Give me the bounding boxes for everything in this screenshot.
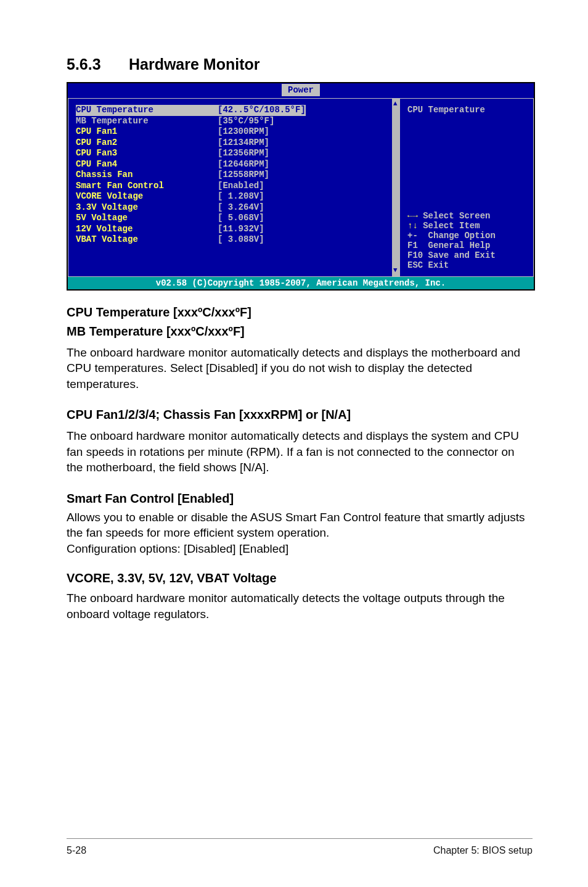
bios-row: 12V Voltage[11.932V] — [76, 224, 394, 235]
bios-row: Chassis Fan[12558RPM] — [76, 170, 394, 181]
bios-field-label: Smart Fan Control — [76, 181, 218, 192]
bios-field-value: [ 1.208V] — [218, 191, 264, 202]
paragraph: Allows you to enable or disable the ASUS… — [67, 510, 533, 556]
bios-field-value: [42..5°C/108.5°F] — [218, 105, 306, 116]
bios-field-value: [12646RPM] — [218, 159, 269, 170]
bios-field-label: CPU Temperature — [76, 105, 218, 116]
bios-field-label: CPU Fan2 — [76, 138, 218, 149]
bios-field-label: CPU Fan3 — [76, 148, 218, 159]
section-number: 5.6.3 — [67, 56, 125, 73]
bios-row: MB Temperature[35°C/95°F] — [76, 116, 394, 127]
bios-help-title: CPU Temperature — [407, 105, 528, 115]
bios-field-value: [35°C/95°F] — [218, 116, 274, 127]
subheading-cpu-temp: CPU Temperature [xxxºC/xxxºF] — [67, 304, 533, 321]
bios-field-label: CPU Fan4 — [76, 159, 218, 170]
bios-row: Smart Fan Control[Enabled] — [76, 181, 394, 192]
bios-main-panel: CPU Temperature[42..5°C/108.5°F] MB Temp… — [68, 98, 399, 277]
bios-field-label: CPU Fan1 — [76, 126, 218, 138]
subheading-voltage: VCORE, 3.3V, 5V, 12V, VBAT Voltage — [67, 570, 533, 587]
bios-row: CPU Fan4[12646RPM] — [76, 159, 394, 170]
bios-field-value: [Enabled] — [218, 181, 264, 192]
bios-field-value: [12356RPM] — [218, 148, 269, 159]
page-number: 5-28 — [67, 845, 86, 856]
bios-row: VBAT Voltage[ 3.088V] — [76, 234, 394, 245]
bios-field-label: 5V Voltage — [76, 213, 218, 224]
paragraph: The onboard hardware monitor automatical… — [67, 345, 533, 392]
bios-row: CPU Fan2[12134RPM] — [76, 138, 394, 149]
bios-screenshot: Power CPU Temperature[42..5°C/108.5°F] M… — [67, 82, 535, 291]
bios-row: 3.3V Voltage[ 3.264V] — [76, 202, 394, 213]
bios-field-value: [11.932V] — [218, 224, 264, 235]
bios-row: CPU Fan3[12356RPM] — [76, 148, 394, 159]
bios-field-label: VBAT Voltage — [76, 234, 218, 245]
bios-field-label: MB Temperature — [76, 116, 218, 127]
bios-field-value: [ 3.088V] — [218, 234, 264, 245]
chapter-label: Chapter 5: BIOS setup — [433, 845, 533, 856]
bios-field-value: [12558RPM] — [218, 170, 269, 181]
bios-field-label: 12V Voltage — [76, 224, 218, 235]
bios-scrollbar: ▲ ▼ — [392, 99, 399, 276]
footer-divider — [67, 838, 533, 839]
bios-tab-bar: Power — [68, 83, 534, 98]
bios-help-panel: CPU Temperature ←→ Select Screen ↑↓ Sele… — [399, 98, 534, 277]
bios-field-value: [ 5.068V] — [218, 213, 264, 224]
bios-field-value: [12300RPM] — [218, 126, 269, 138]
section-title-text: Hardware Monitor — [129, 56, 260, 73]
subheading-smart-fan: Smart Fan Control [Enabled] — [67, 490, 533, 507]
bios-row: 5V Voltage[ 5.068V] — [76, 213, 394, 224]
bios-tab-power: Power — [282, 84, 320, 96]
paragraph: The onboard hardware monitor automatical… — [67, 590, 533, 622]
bios-field-label: Chassis Fan — [76, 170, 218, 181]
bios-field-label: VCORE Voltage — [76, 191, 218, 202]
section-heading: 5.6.3 Hardware Monitor — [67, 56, 533, 73]
bios-field-label: 3.3V Voltage — [76, 202, 218, 213]
bios-key-help: ←→ Select Screen ↑↓ Select Item +- Chang… — [407, 211, 528, 270]
subheading-mb-temp: MB Temperature [xxxºC/xxxºF] — [67, 323, 533, 340]
bios-field-value: [ 3.264V] — [218, 202, 264, 213]
bios-footer: v02.58 (C)Copyright 1985-2007, American … — [68, 277, 534, 289]
arrow-lr-icon: ←→ — [407, 211, 418, 221]
page-footer: 5-28 Chapter 5: BIOS setup — [67, 845, 533, 856]
scroll-down-icon: ▼ — [393, 266, 398, 275]
subheading-fan: CPU Fan1/2/3/4; Chassis Fan [xxxxRPM] or… — [67, 406, 533, 423]
bios-field-value: [12134RPM] — [218, 138, 269, 149]
arrow-ud-icon: ↑↓ — [407, 221, 418, 231]
bios-row: CPU Temperature[42..5°C/108.5°F] — [76, 105, 394, 116]
bios-row: VCORE Voltage[ 1.208V] — [76, 191, 394, 202]
bios-row: CPU Fan1[12300RPM] — [76, 126, 394, 138]
paragraph: The onboard hardware monitor automatical… — [67, 428, 533, 475]
scroll-up-icon: ▲ — [393, 100, 398, 109]
